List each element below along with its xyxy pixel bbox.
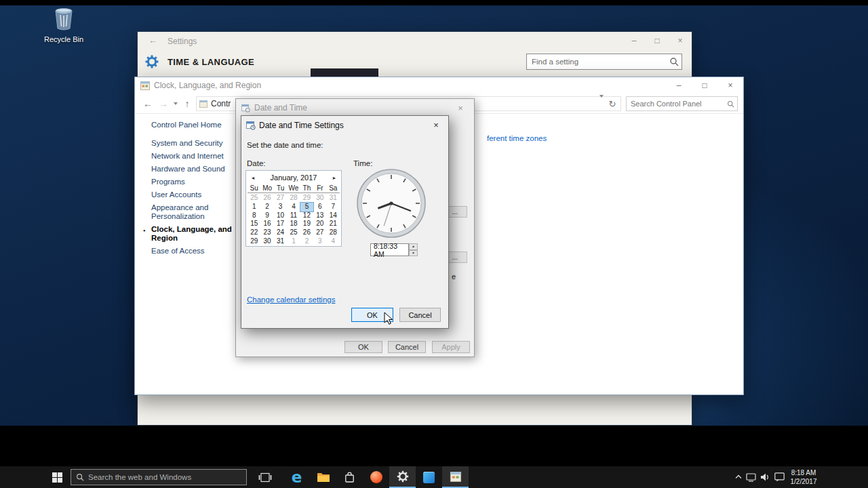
orange-app-taskbar-button[interactable] — [363, 466, 389, 488]
calendar-day[interactable]: 31 — [327, 194, 340, 203]
settings-page-title: TIME & LANGUAGE — [167, 57, 254, 67]
tray-clock[interactable]: 8:18 AM 1/2/2017 — [784, 468, 823, 486]
calendar-day[interactable]: 28 — [327, 228, 340, 237]
start-button[interactable] — [42, 466, 72, 488]
calendar-day[interactable]: 9 — [260, 211, 273, 220]
forward-arrow-icon[interactable]: → — [157, 94, 170, 114]
calendar-day[interactable]: 7 — [327, 203, 340, 211]
calendar-day[interactable]: 12 — [300, 211, 313, 220]
calendar-day[interactable]: 27 — [274, 194, 287, 203]
calendar-day[interactable]: 30 — [313, 194, 326, 203]
spin-up-button[interactable]: ▲ — [409, 243, 418, 250]
calendar-day[interactable]: 4 — [287, 203, 300, 211]
date-and-time-dialog-title: Date and Time — [254, 103, 307, 113]
recycle-bin-icon — [52, 7, 75, 31]
minimize-button[interactable]: – — [623, 32, 646, 49]
calendar-day[interactable]: 27 — [313, 228, 326, 237]
find-a-setting-input[interactable] — [532, 58, 669, 66]
calendar-day[interactable]: 21 — [327, 220, 340, 228]
calendar-day[interactable]: 6 — [313, 203, 326, 211]
network-tray-button[interactable] — [745, 466, 758, 488]
history-dropdown-icon[interactable] — [172, 94, 180, 114]
back-arrow-icon[interactable]: ← — [140, 94, 155, 114]
calendar-day[interactable]: 4 — [327, 237, 340, 246]
calendar-day[interactable]: 29 — [248, 237, 260, 246]
taskbar-search-input[interactable] — [88, 473, 246, 481]
control-panel-taskbar-button[interactable] — [442, 466, 469, 488]
calendar-day[interactable]: 16 — [260, 220, 273, 228]
close-button[interactable]: × — [717, 77, 743, 94]
file-explorer-taskbar-button[interactable] — [310, 466, 336, 488]
time-zones-link[interactable]: ferent time zones — [487, 134, 547, 142]
back-arrow-icon[interactable]: ← — [149, 35, 157, 45]
calendar-day[interactable]: 1 — [287, 237, 300, 246]
calendar-day[interactable]: 28 — [287, 194, 300, 203]
settings-gear-icon — [396, 470, 410, 483]
close-button[interactable]: × — [424, 116, 448, 134]
close-button[interactable]: × — [669, 32, 692, 49]
calendar-day[interactable]: 13 — [313, 211, 326, 220]
settings-titlebar[interactable]: ← Settings – □ × — [138, 32, 692, 49]
next-month-button[interactable]: ► — [329, 176, 340, 180]
up-arrow-icon[interactable]: ↑ — [181, 94, 193, 114]
calendar-day[interactable]: 2 — [300, 237, 313, 246]
store-taskbar-button[interactable] — [336, 466, 363, 488]
calendar-day[interactable]: 26 — [260, 194, 273, 203]
calendar-day[interactable]: 15 — [248, 220, 260, 228]
calendar-day[interactable]: 3 — [274, 203, 287, 211]
close-button[interactable]: × — [447, 99, 474, 117]
calendar-day[interactable]: 29 — [300, 194, 313, 203]
calendar-day[interactable]: 19 — [300, 220, 313, 228]
control-panel-search-input[interactable] — [631, 100, 727, 108]
minimize-button[interactable]: – — [666, 77, 692, 94]
calendar-day[interactable]: 25 — [287, 228, 300, 237]
calendar-day[interactable]: 1 — [248, 203, 260, 211]
calendar-day[interactable]: 10 — [274, 211, 287, 220]
calendar-day[interactable]: 18 — [287, 220, 300, 228]
cancel-button[interactable]: Cancel — [388, 341, 426, 353]
calendar-day[interactable]: 20 — [313, 220, 326, 228]
address-dropdown-icon[interactable] — [599, 98, 604, 110]
settings-taskbar-button[interactable] — [389, 466, 416, 488]
change-calendar-settings-link[interactable]: Change calendar settings — [247, 296, 335, 304]
calendar-day[interactable]: 26 — [300, 228, 313, 237]
spin-down-button[interactable]: ▼ — [409, 250, 418, 257]
sidebar-item-label: Network and Internet — [151, 152, 224, 160]
ok-button[interactable]: OK — [344, 341, 382, 353]
task-view-button[interactable] — [252, 466, 278, 488]
control-panel-searchbox[interactable] — [626, 96, 738, 111]
calendar-day[interactable]: 30 — [260, 237, 273, 246]
calendar-day[interactable]: 23 — [260, 228, 273, 237]
blue-app-taskbar-button[interactable] — [416, 466, 442, 488]
calendar-day[interactable]: 14 — [327, 211, 340, 220]
calendar-day[interactable]: 24 — [274, 228, 287, 237]
date-and-time-settings-titlebar[interactable]: Date and Time Settings × — [241, 116, 448, 134]
calendar-day[interactable]: 17 — [274, 220, 287, 228]
cancel-button[interactable]: Cancel — [399, 308, 441, 322]
time-value-field[interactable]: 8:18:33 AM — [370, 243, 409, 256]
find-a-setting-searchbox[interactable] — [526, 54, 682, 70]
tray-time: 8:18 AM — [784, 468, 823, 477]
volume-tray-button[interactable] — [758, 466, 772, 488]
tray-expand-button[interactable] — [732, 466, 745, 488]
control-panel-titlebar[interactable]: Clock, Language, and Region – □ × — [135, 77, 743, 94]
calendar-day[interactable]: 2 — [260, 203, 273, 211]
calendar-day[interactable]: 22 — [248, 228, 260, 237]
recycle-bin[interactable]: Recycle Bin — [43, 7, 84, 43]
taskbar-searchbox[interactable] — [71, 469, 247, 485]
date-and-time-titlebar[interactable]: Date and Time × — [236, 99, 474, 117]
calendar-day[interactable]: 31 — [274, 237, 287, 246]
calendar-day[interactable]: 5 — [300, 203, 313, 211]
tray-date: 1/2/2017 — [784, 477, 823, 486]
edge-taskbar-button[interactable]: e — [283, 466, 310, 488]
calendar-day[interactable]: 3 — [313, 237, 326, 246]
calendar-month-label[interactable]: January, 2017 — [258, 174, 329, 182]
windows-logo-icon — [52, 472, 62, 483]
calendar-day[interactable]: 11 — [287, 211, 300, 220]
refresh-icon[interactable]: ↻ — [607, 99, 618, 109]
calendar-day[interactable]: 25 — [248, 194, 260, 203]
calendar-day[interactable]: 8 — [248, 211, 260, 220]
maximize-button[interactable]: □ — [646, 32, 669, 49]
maximize-button[interactable]: □ — [692, 77, 717, 94]
previous-month-button[interactable]: ◄ — [248, 176, 258, 180]
